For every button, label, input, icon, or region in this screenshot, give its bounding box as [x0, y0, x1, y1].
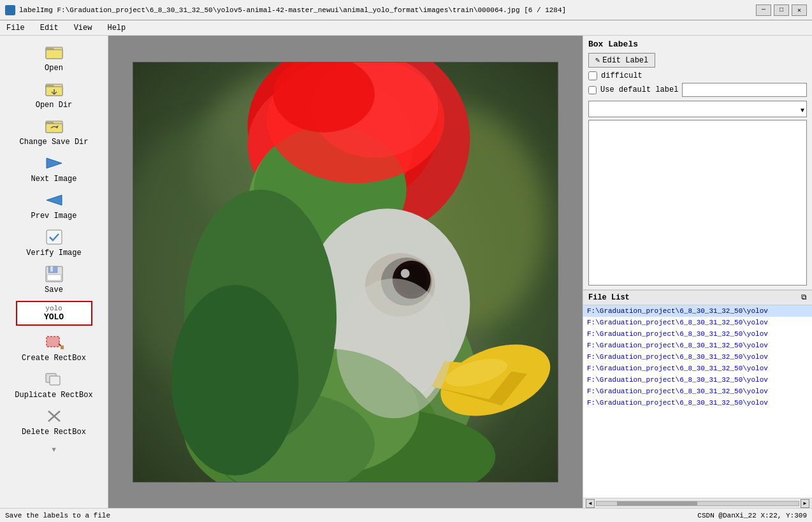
title-bar: labelImg F:\Graduation_project\6_8_30_31… [0, 0, 812, 20]
format-bottom-label: YOLO [44, 312, 64, 322]
app-icon [5, 5, 15, 15]
scroll-left-button[interactable]: ◀ [586, 499, 595, 508]
svg-point-60 [337, 278, 451, 417]
edit-label-button[interactable]: ✎ Edit Label [588, 53, 655, 68]
change-save-dir-icon [44, 116, 64, 136]
minimize-button[interactable]: ─ [756, 4, 771, 16]
save-button[interactable]: Save [10, 261, 99, 297]
status-left: Save the labels to a file [5, 512, 110, 519]
label-dropdown[interactable] [588, 101, 807, 117]
menu-edit[interactable]: Edit [36, 22, 62, 34]
create-rectbox-label: Create RectBox [22, 354, 86, 363]
file-list-item[interactable]: F:\Graduation_project\6_8_30_31_32_50\yo… [583, 305, 812, 317]
svg-rect-18 [50, 266, 53, 272]
svg-rect-2 [46, 50, 62, 59]
dup-rectbox-label: Duplicate RectBox [15, 391, 92, 400]
edit-icon: ✎ [595, 55, 600, 65]
svg-rect-11 [46, 124, 62, 133]
h-scroll-track[interactable] [596, 501, 799, 506]
save-label: Save [45, 286, 63, 294]
right-panel: Box Labels ✎ Edit Label difficult Use de… [583, 36, 812, 508]
dup-rectbox-button[interactable]: Duplicate RectBox [10, 366, 99, 402]
main-layout: Open Open Dir [0, 36, 812, 508]
open-label: Open [45, 64, 63, 73]
sidebar-scroll-indicator: ▾ [51, 443, 57, 456]
del-rectbox-icon [44, 406, 64, 426]
prev-image-label: Prev Image [31, 212, 76, 221]
open-icon [44, 42, 64, 62]
difficult-row: difficult [588, 71, 807, 80]
default-label-row: Use default label [588, 83, 807, 97]
h-scroll-thumb[interactable] [617, 502, 698, 505]
prev-image-button[interactable]: Prev Image [10, 187, 99, 223]
del-rectbox-button[interactable]: Delete RectBox [10, 403, 99, 439]
file-list-header: File List ⧉ [583, 291, 812, 305]
maximize-button[interactable]: □ [774, 4, 789, 16]
file-list-scrollbar: ◀ ▶ [583, 498, 812, 508]
file-list-item[interactable]: F:\Graduation_project\6_8_30_31_32_50\yo… [583, 351, 812, 363]
next-image-icon [44, 153, 64, 173]
svg-rect-15 [47, 230, 62, 244]
difficult-label: difficult [601, 71, 642, 80]
default-label-text: Use default label [600, 85, 678, 94]
del-rectbox-label: Delete RectBox [22, 428, 86, 437]
svg-point-59 [171, 284, 298, 475]
prev-image-icon [44, 190, 64, 210]
format-box: yolo YOLO [16, 301, 92, 326]
verify-image-icon [44, 227, 64, 247]
svg-rect-22 [61, 345, 64, 349]
close-button[interactable]: ✕ [792, 4, 807, 16]
svg-point-46 [401, 269, 410, 278]
format-top-label: yolo [45, 305, 62, 312]
svg-rect-20 [47, 337, 59, 347]
difficult-checkbox[interactable] [588, 71, 597, 80]
file-list-item[interactable]: F:\Graduation_project\6_8_30_31_32_50\yo… [583, 317, 812, 328]
open-button[interactable]: Open [10, 40, 99, 75]
open-dir-label: Open Dir [36, 101, 73, 110]
title-text: labelImg F:\Graduation_project\6_8_30_31… [19, 6, 566, 14]
file-list-item[interactable]: F:\Graduation_project\6_8_30_31_32_50\yo… [583, 374, 812, 386]
status-bar: Save the labels to a file CSDN @DanXi_22… [0, 508, 812, 522]
dropdown-wrapper: ▼ [588, 101, 807, 120]
next-image-button[interactable]: Next Image [10, 150, 99, 186]
title-bar-controls: ─ □ ✕ [756, 4, 807, 16]
create-rectbox-button[interactable]: Create RectBox [10, 330, 99, 365]
dup-rectbox-icon [44, 369, 64, 389]
svg-marker-14 [47, 195, 62, 205]
open-dir-button[interactable]: Open Dir [10, 76, 99, 112]
next-image-label: Next Image [31, 175, 76, 184]
verify-image-button[interactable]: Verify Image [10, 224, 99, 260]
file-list-restore-icon[interactable]: ⧉ [801, 293, 807, 302]
menu-view[interactable]: View [70, 22, 96, 34]
file-list-section: File List ⧉ F:\Graduation_project\6_8_30… [583, 290, 812, 508]
status-right: CSDN @DanXi_22 X:22, Y:309 [697, 512, 807, 519]
file-list-container[interactable]: F:\Graduation_project\6_8_30_31_32_50\yo… [583, 305, 812, 498]
save-icon [44, 264, 64, 284]
svg-marker-13 [47, 158, 62, 168]
label-list-area [588, 120, 807, 286]
verify-image-label: Verify Image [26, 249, 81, 257]
file-list-item[interactable]: F:\Graduation_project\6_8_30_31_32_50\yo… [583, 397, 812, 409]
box-labels-title: Box Labels [588, 40, 807, 49]
svg-rect-24 [50, 376, 60, 385]
image-canvas [133, 62, 558, 482]
file-list-item[interactable]: F:\Graduation_project\6_8_30_31_32_50\yo… [583, 340, 812, 351]
menu-help[interactable]: Help [103, 22, 129, 34]
change-save-dir-label: Change Save Dir [19, 138, 88, 147]
file-list-item[interactable]: F:\Graduation_project\6_8_30_31_32_50\yo… [583, 386, 812, 397]
default-label-checkbox[interactable] [588, 86, 597, 94]
canvas-area[interactable] [108, 36, 583, 508]
open-dir-icon [44, 79, 64, 99]
sidebar: Open Open Dir [0, 36, 108, 508]
file-list-title: File List [588, 293, 630, 302]
default-label-input[interactable] [682, 83, 807, 97]
svg-rect-19 [47, 275, 61, 280]
box-labels-section: Box Labels ✎ Edit Label difficult Use de… [583, 36, 812, 290]
change-save-dir-button[interactable]: Change Save Dir [10, 113, 99, 149]
file-list-item[interactable]: F:\Graduation_project\6_8_30_31_32_50\yo… [583, 328, 812, 340]
menu-file[interactable]: File [3, 22, 29, 34]
edit-label-text: Edit Label [602, 56, 648, 65]
title-bar-left: labelImg F:\Graduation_project\6_8_30_31… [5, 5, 566, 15]
file-list-item[interactable]: F:\Graduation_project\6_8_30_31_32_50\yo… [583, 363, 812, 374]
scroll-right-button[interactable]: ▶ [801, 499, 809, 508]
